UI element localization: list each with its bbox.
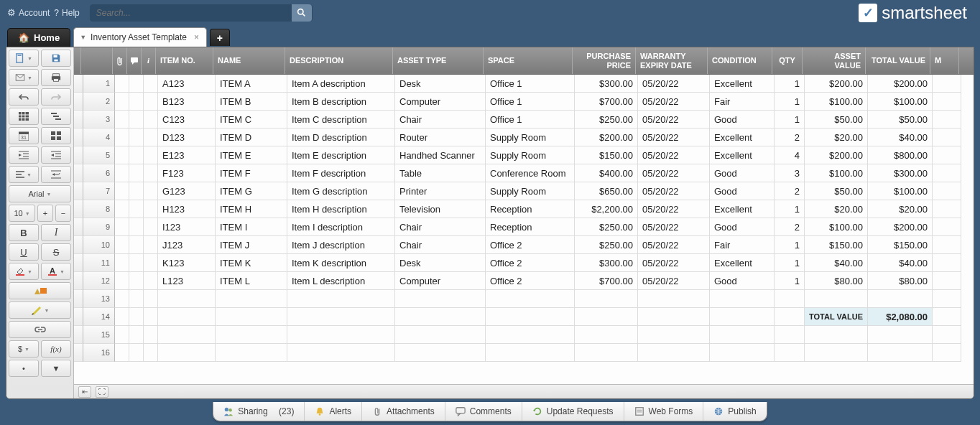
type-cell[interactable]: Desk — [395, 254, 486, 272]
rownum-cell[interactable]: 4 — [83, 129, 115, 146]
rownum-cell[interactable]: 3 — [83, 111, 115, 129]
more-button[interactable]: • — [9, 360, 39, 377]
info-cell[interactable] — [144, 146, 158, 164]
item-cell[interactable]: I123 — [158, 218, 216, 236]
qty-cell[interactable]: 1 — [775, 272, 805, 290]
condition-cell[interactable]: Good — [710, 272, 775, 290]
name-cell[interactable] — [216, 290, 287, 308]
info-cell[interactable] — [144, 290, 158, 308]
calendar-view-button[interactable]: 31 — [9, 127, 39, 144]
qty-cell[interactable]: 2 — [775, 129, 805, 146]
col-warranty[interactable]: WARRANTY EXPIRY DATE — [636, 47, 708, 74]
warranty-cell[interactable] — [638, 326, 710, 344]
comment-cell[interactable] — [129, 344, 144, 362]
attach-cell[interactable] — [115, 75, 129, 93]
condition-cell[interactable]: Good — [710, 182, 775, 200]
total-label-cell[interactable]: TOTAL VALUE — [805, 308, 868, 326]
info-cell[interactable] — [144, 182, 158, 200]
name-cell[interactable]: ITEM F — [216, 164, 287, 182]
expand-cell[interactable] — [74, 344, 83, 362]
link-button[interactable] — [9, 321, 71, 338]
rownum-cell[interactable]: 7 — [83, 182, 115, 200]
name-cell[interactable]: ITEM L — [216, 272, 287, 290]
expand-cell[interactable] — [74, 236, 83, 254]
warranty-cell[interactable]: 05/20/22 — [638, 182, 710, 200]
comment-cell[interactable] — [129, 272, 144, 290]
last-cell[interactable] — [933, 200, 961, 218]
col-space[interactable]: SPACE — [484, 47, 573, 74]
assetvalue-cell[interactable]: $100.00 — [805, 218, 868, 236]
price-cell[interactable]: $700.00 — [575, 93, 638, 111]
wrap-button[interactable] — [41, 166, 71, 183]
publish-button[interactable]: Publish — [703, 402, 766, 421]
rownum-cell[interactable]: 15 — [83, 326, 115, 344]
desc-cell[interactable]: Item D description — [287, 129, 395, 146]
price-cell[interactable] — [575, 290, 638, 308]
save-button[interactable]: ▼ — [9, 50, 39, 67]
rownum-cell[interactable]: 9 — [83, 218, 115, 236]
info-cell[interactable] — [144, 236, 158, 254]
rownum-cell[interactable]: 8 — [83, 200, 115, 218]
expand-cell[interactable] — [74, 93, 83, 111]
space-cell[interactable]: Reception — [486, 200, 575, 218]
warranty-cell[interactable]: 05/20/22 — [638, 236, 710, 254]
expand-cell[interactable] — [74, 326, 83, 344]
grid-view-button[interactable] — [9, 108, 39, 125]
name-cell[interactable]: ITEM J — [216, 236, 287, 254]
expand-cell[interactable] — [74, 111, 83, 129]
chevron-down-icon[interactable]: ▼ — [80, 34, 86, 41]
qty-cell[interactable]: 1 — [775, 93, 805, 111]
expand-cell[interactable] — [74, 146, 83, 164]
comment-cell[interactable] — [129, 164, 144, 182]
underline-button[interactable]: U — [9, 243, 39, 261]
comment-cell[interactable] — [129, 146, 144, 164]
desc-cell[interactable]: Item J description — [287, 236, 395, 254]
home-tab[interactable]: 🏠 Home — [7, 28, 70, 47]
condition-cell[interactable]: Excellent — [710, 75, 775, 93]
totalvalue-cell[interactable]: $800.00 — [868, 146, 933, 164]
expand-cell[interactable] — [74, 272, 83, 290]
col-purchase-price[interactable]: PURCHASE PRICE — [573, 47, 636, 74]
attach-cell[interactable] — [115, 182, 129, 200]
rownum-cell[interactable]: 1 — [83, 75, 115, 93]
footer-expand-button[interactable]: ⛶ — [96, 386, 108, 398]
totalvalue-cell[interactable]: $300.00 — [868, 164, 933, 182]
gantt-view-button[interactable] — [41, 108, 71, 125]
info-cell[interactable] — [144, 93, 158, 111]
comments-button[interactable]: Comments — [445, 402, 522, 421]
last-cell[interactable] — [933, 254, 961, 272]
font-size-select[interactable]: 10▼ — [9, 205, 35, 222]
totalvalue-cell[interactable]: $20.00 — [868, 200, 933, 218]
font-increase-button[interactable]: + — [37, 205, 53, 222]
attach-cell[interactable] — [115, 200, 129, 218]
space-cell[interactable]: Conference Room — [486, 164, 575, 182]
last-cell[interactable] — [933, 129, 961, 146]
col-qty[interactable]: QTY — [772, 47, 803, 74]
rownum-cell[interactable]: 2 — [83, 93, 115, 111]
assetvalue-cell[interactable]: $200.00 — [805, 146, 868, 164]
desc-cell[interactable] — [287, 326, 395, 344]
attach-cell[interactable] — [115, 308, 129, 326]
expand-cell[interactable] — [74, 218, 83, 236]
web-forms-button[interactable]: Web Forms — [624, 402, 704, 421]
sheet-tab[interactable]: ▼ Inventory Asset Template × — [73, 27, 207, 47]
space-cell[interactable]: Office 2 — [486, 236, 575, 254]
qty-cell[interactable]: 1 — [775, 236, 805, 254]
totalvalue-cell[interactable]: $100.00 — [868, 93, 933, 111]
print-button[interactable] — [41, 69, 71, 86]
condition-cell[interactable]: Good — [710, 218, 775, 236]
assetvalue-cell[interactable]: $50.00 — [805, 182, 868, 200]
comment-cell[interactable] — [129, 308, 144, 326]
attach-cell[interactable] — [115, 146, 129, 164]
update-requests-button[interactable]: Update Requests — [522, 402, 624, 421]
info-cell[interactable] — [144, 129, 158, 146]
rownum-cell[interactable]: 13 — [83, 290, 115, 308]
name-cell[interactable]: ITEM D — [216, 129, 287, 146]
name-cell[interactable] — [216, 344, 287, 362]
last-cell[interactable] — [933, 326, 961, 344]
sharing-button[interactable]: Sharing (23) — [213, 402, 305, 421]
item-cell[interactable]: B123 — [158, 93, 216, 111]
attach-col[interactable] — [113, 47, 127, 74]
condition-cell[interactable]: Fair — [710, 93, 775, 111]
totalvalue-cell[interactable]: $80.00 — [868, 272, 933, 290]
